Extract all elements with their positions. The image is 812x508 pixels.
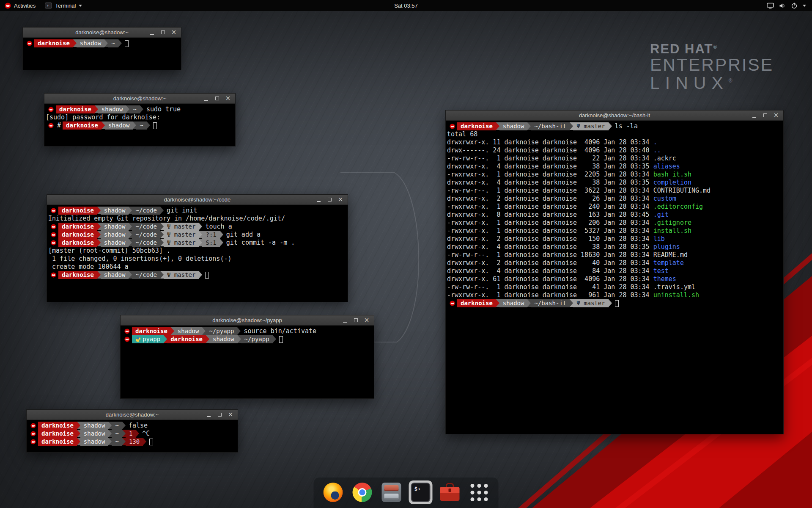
minimize-button[interactable] xyxy=(147,28,156,36)
terminal-line: -rw-rw-r--. 1 darknoise darknoise 3622 J… xyxy=(447,187,782,195)
firefox-icon xyxy=(324,483,343,502)
terminal-content[interactable]: darknoiseshadow~/bash-itΨ masterls -lato… xyxy=(446,121,783,434)
terminal-content[interactable]: darknoiseshadow~ xyxy=(23,38,181,70)
terminal-line: darknoiseshadow~130 xyxy=(28,438,236,446)
dock-item-toolbox[interactable] xyxy=(438,480,462,504)
prompt-segment-stat: S:1 xyxy=(202,239,219,247)
prompt-segment-venv: pyapp xyxy=(132,335,164,343)
prompt-segment-host: shadow xyxy=(499,122,528,130)
powerline-separator-icon xyxy=(164,335,167,343)
file-name: .travis.yml xyxy=(653,283,695,291)
minimize-button[interactable] xyxy=(204,411,213,419)
prompt-segment-path: ~/code xyxy=(132,239,160,247)
minimize-button[interactable] xyxy=(314,196,323,204)
prompt-segment-path: ~/code xyxy=(132,231,160,239)
close-button[interactable]: × xyxy=(223,94,233,102)
output-text: 1 file changed, 0 insertions(+), 0 delet… xyxy=(48,255,231,263)
terminal-content[interactable]: darknoiseshadow~/codegit initInitialized… xyxy=(47,205,348,302)
prompt-segment-path: ~/bash-it xyxy=(531,299,570,307)
terminal-line: [master (root-commit) 50bcb63] . xyxy=(48,247,346,255)
maximize-button[interactable] xyxy=(212,94,222,102)
redhat-wordmark: RED HAT® ENTERPRISE LINUX® xyxy=(650,42,774,92)
terminal-line: darknoiseshadow~/codeΨ mastertouch a xyxy=(48,223,346,231)
powerline-separator-icon xyxy=(220,239,223,246)
close-button[interactable]: × xyxy=(771,111,781,119)
title-bar[interactable]: darknoise@shadow:~ × xyxy=(44,94,235,104)
redhat-icon xyxy=(48,271,58,279)
output-text: -rw-rw-r--. 1 darknoise darknoise 18630 … xyxy=(447,251,653,259)
file-name: aliases xyxy=(653,163,680,171)
close-button[interactable]: × xyxy=(169,28,178,36)
file-name: . xyxy=(653,138,657,146)
output-text: drwxrwxr-x. 2 darknoise darknoise 150 Ja… xyxy=(447,235,653,243)
output-text: -rwxrwxr-x. 1 darknoise darknoise 5327 J… xyxy=(447,227,653,235)
prompt-segment-git: Ψ master xyxy=(164,231,199,239)
prompt-segment-path: ~/code xyxy=(132,223,160,231)
maximize-button[interactable] xyxy=(158,28,167,36)
system-status-area[interactable] xyxy=(761,0,812,11)
output-text: drwxrwxr-x. 4 darknoise darknoise 84 Jan… xyxy=(447,267,653,275)
powerline-separator-icon xyxy=(122,430,126,437)
powerline-separator-icon xyxy=(202,327,206,335)
file-name: .gitignore xyxy=(653,219,691,227)
terminal-content[interactable]: darknoiseshadow~/pyappsource bin/activat… xyxy=(121,326,374,398)
prompt-segment-user: darknoise xyxy=(58,271,97,279)
powerline-separator-icon xyxy=(118,39,122,47)
powerline-separator-icon xyxy=(73,39,77,47)
terminal-content[interactable]: darknoiseshadow~sudo true[sudo] password… xyxy=(44,104,235,146)
app-menu-terminal[interactable]: › Terminal xyxy=(40,0,87,11)
terminal-line: pyappdarknoiseshadow~/pyapp xyxy=(122,335,373,343)
prompt-segment-host: shadow xyxy=(499,299,528,307)
file-name: plugins xyxy=(653,243,680,251)
clock[interactable]: Sat 03:57 xyxy=(0,3,812,9)
minimize-button[interactable] xyxy=(749,111,759,119)
maximize-button[interactable] xyxy=(760,111,770,119)
powerline-separator-icon xyxy=(136,430,139,437)
chevron-down-icon xyxy=(803,5,806,7)
files-icon xyxy=(382,483,401,502)
powerline-separator-icon xyxy=(160,239,164,246)
terminal-content[interactable]: darknoiseshadow~falsedarknoiseshadow~1^C… xyxy=(27,420,238,452)
dock-item-chrome[interactable] xyxy=(351,480,374,504)
minimize-button[interactable] xyxy=(340,316,349,324)
close-button[interactable]: × xyxy=(362,316,371,324)
terminal-window-4: darknoise@shadow:~/pyapp × darknoiseshad… xyxy=(120,315,374,399)
powerline-separator-icon xyxy=(122,422,126,429)
powerline-separator-icon xyxy=(129,223,132,230)
powerline-separator-icon xyxy=(129,239,132,246)
dock-item-firefox[interactable] xyxy=(321,480,345,504)
maximize-button[interactable] xyxy=(325,196,334,204)
terminal-line: Initialized empty Git repository in /hom… xyxy=(48,215,346,223)
activities-button[interactable]: Activities xyxy=(0,0,40,11)
maximize-button[interactable] xyxy=(351,316,360,324)
dock-item-app-grid[interactable] xyxy=(467,480,491,504)
dock-item-terminal[interactable]: $› xyxy=(409,480,433,504)
title-bar[interactable]: darknoise@shadow:~/code × xyxy=(47,195,348,205)
title-bar[interactable]: darknoise@shadow:~/bash-it × xyxy=(446,110,783,121)
file-name: CONTRIBUTING.md xyxy=(653,187,710,195)
powerline-separator-icon xyxy=(108,430,112,437)
close-button[interactable]: × xyxy=(226,411,235,419)
output-text: drwxrwxr-x. 61 darknoise darknoise 4096 … xyxy=(447,275,653,283)
powerline-separator-icon xyxy=(129,207,132,214)
terminal-line: darknoiseshadow~/pyappsource bin/activat… xyxy=(122,327,373,335)
prompt-segment-path: ~ xyxy=(129,105,140,113)
powerline-separator-icon xyxy=(160,207,164,214)
title-bar[interactable]: darknoise@shadow:~ × xyxy=(23,28,181,38)
powerline-separator-icon xyxy=(97,231,101,238)
output-text: [sudo] password for darknoise: xyxy=(46,113,160,121)
redhat-icon xyxy=(28,422,38,430)
maximize-button[interactable] xyxy=(215,411,224,419)
terminal-line: 1 file changed, 0 insertions(+), 0 delet… xyxy=(48,255,346,263)
command-text: sudo true xyxy=(146,105,181,113)
terminal-line: total 68 xyxy=(447,130,782,138)
redhat-icon xyxy=(122,327,132,335)
minimize-button[interactable] xyxy=(201,94,211,102)
file-name: test xyxy=(653,267,669,275)
prompt-segment-git: Ψ master xyxy=(164,271,199,279)
title-bar[interactable]: darknoise@shadow:~ × xyxy=(27,410,238,420)
title-bar[interactable]: darknoise@shadow:~/pyapp × xyxy=(121,315,374,326)
dock-item-files[interactable] xyxy=(380,480,403,504)
prompt-segment-host: shadow xyxy=(77,39,105,47)
close-button[interactable]: × xyxy=(336,196,345,204)
